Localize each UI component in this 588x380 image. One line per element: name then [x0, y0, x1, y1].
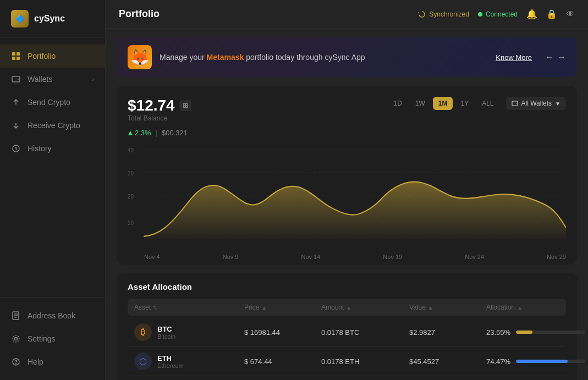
sidebar-item-wallets[interactable]: Wallets ›: [0, 68, 105, 91]
know-more-link[interactable]: Know More: [496, 53, 532, 62]
balance-copy-icon[interactable]: ⊞: [179, 100, 191, 111]
th-allocation: Allocation ▲: [486, 304, 585, 311]
sidebar-item-settings[interactable]: Settings: [0, 327, 105, 350]
settings-icon: [11, 334, 21, 344]
th-asset: Asset ⇅: [134, 304, 244, 311]
metamask-fox-icon: 🦊: [128, 45, 152, 69]
value-eth: $45.4527: [409, 357, 486, 366]
sort-asset-icon[interactable]: ⇅: [153, 305, 157, 311]
chart-label-1: Nov 9: [223, 254, 239, 260]
filter-all[interactable]: ALL: [476, 97, 499, 110]
portfolio-card: $12.74 ⊞ Total Balance 1D 1W 1M 1Y ALL A…: [117, 86, 577, 265]
up-arrow-icon: [128, 130, 133, 136]
chart-label-4: Nov 24: [465, 254, 484, 260]
wallet-icon: [512, 100, 518, 107]
header-badges: Synchronized Connected 🔔 🔒 👁: [418, 9, 575, 19]
banner-prev-button[interactable]: ←: [545, 52, 554, 62]
alloc-bar-btc-1: [516, 331, 585, 334]
banner-text-suffix: portfolio today through cySync App: [244, 53, 365, 62]
wallet-dropdown-icon: ▼: [555, 101, 560, 107]
asset-symbol-btc-1: BTC: [157, 325, 175, 333]
alloc-fill-btc-1: [516, 331, 532, 334]
page-title: Portfolio: [119, 8, 418, 20]
sort-price-icon[interactable]: ▲: [261, 305, 267, 311]
eye-icon[interactable]: 👁: [566, 9, 575, 19]
amount-eth: 0.0178 ETH: [321, 357, 409, 366]
wallets-chevron-icon: ›: [92, 76, 94, 82]
sidebar-item-help[interactable]: Help: [0, 350, 105, 373]
perf-value: $00.321: [162, 129, 188, 137]
svg-text:30: 30: [128, 170, 134, 177]
performance-row: 2.3% | $00.321: [128, 129, 566, 137]
time-filters: 1D 1W 1M 1Y ALL All Wallets ▼: [388, 97, 566, 110]
alloc-eth: 74.47%: [486, 357, 585, 366]
portfolio-chart: 40 30 20 10: [128, 144, 566, 265]
sidebar-item-address-book[interactable]: Address Book: [0, 304, 105, 327]
filter-1d[interactable]: 1D: [388, 97, 407, 110]
connected-dot: [478, 12, 482, 16]
sidebar-item-history[interactable]: History: [0, 137, 105, 160]
send-icon: [11, 97, 21, 107]
asset-cell-btc-1: ₿ BTC Bitcoin: [134, 323, 244, 341]
sidebar-item-portfolio[interactable]: Portfolio: [0, 45, 105, 68]
asset-name-btc-1: Bitcoin: [157, 333, 175, 340]
sidebar-bottom: Address Book Settings Help: [0, 297, 105, 380]
sidebar-logo: 🔷 cySync: [0, 0, 105, 38]
logo-icon: 🔷: [11, 10, 29, 27]
asset-name-eth: Ethereum: [157, 362, 184, 369]
asset-cell-eth: ⬡ ETH Ethereum: [134, 353, 244, 370]
banner-text-prefix: Manage your: [160, 53, 207, 62]
alloc-bar-eth: [516, 360, 585, 363]
filter-1y[interactable]: 1Y: [455, 97, 474, 110]
chart-x-labels: Nov 4 Nov 9 Nov 14 Nov 19 Nov 24 Nov 29: [128, 250, 566, 266]
btc-icon-1: ₿: [134, 323, 152, 341]
svg-point-9: [16, 364, 17, 364]
metamask-banner: 🦊 Manage your Metamask portfolio today t…: [117, 37, 577, 77]
sort-value-icon[interactable]: ▲: [428, 305, 433, 311]
bell-icon[interactable]: 🔔: [526, 9, 537, 19]
perf-up-indicator: 2.3%: [128, 129, 151, 137]
svg-rect-2: [12, 57, 15, 60]
main-content: Portfolio Synchronized Connected 🔔 🔒 👁 🦊…: [106, 0, 588, 380]
lock-icon[interactable]: 🔒: [546, 9, 557, 19]
sidebar-item-send-crypto[interactable]: Send Crypto: [0, 91, 105, 114]
sort-alloc-icon[interactable]: ▲: [517, 305, 523, 311]
value-btc-1: $2.9827: [409, 328, 486, 337]
allocation-title: Asset Allocation: [128, 282, 566, 291]
balance-value: $12.74: [128, 97, 175, 114]
svg-point-7: [15, 338, 18, 340]
help-icon: [11, 357, 21, 367]
sort-amount-icon[interactable]: ▲: [346, 305, 351, 311]
wallet-selector-label: All Wallets: [521, 100, 552, 107]
connected-badge: Connected: [478, 10, 518, 18]
alloc-fill-eth: [516, 360, 568, 363]
svg-rect-0: [12, 52, 15, 56]
allocation-section: Asset Allocation Asset ⇅ Price ▲ Amount …: [117, 273, 577, 380]
alloc-btc-1: 23.55%: [486, 328, 585, 337]
balance-amount: $12.74 ⊞: [128, 97, 191, 114]
chart-label-3: Nov 19: [383, 254, 402, 260]
chart-label-5: Nov 29: [547, 254, 566, 260]
th-amount: Amount ▲: [321, 304, 409, 311]
sync-icon: [418, 10, 426, 18]
chart-svg: 40 30 20 10: [128, 144, 566, 248]
perf-separator: |: [156, 129, 157, 137]
eth-icon: ⬡: [134, 353, 152, 370]
sidebar: 🔷 cySync Portfolio Wallets › Send Crypto: [0, 0, 106, 380]
filter-1m[interactable]: 1M: [433, 97, 453, 110]
sync-badge: Synchronized: [418, 10, 469, 18]
settings-label: Settings: [28, 334, 56, 343]
amount-btc-1: 0.0178 BTC: [321, 328, 409, 337]
svg-text:40: 40: [128, 147, 134, 153]
alloc-pct-btc-1: 23.55%: [486, 328, 512, 337]
svg-text:20: 20: [128, 194, 134, 200]
banner-next-button[interactable]: →: [557, 52, 566, 62]
wallet-selector[interactable]: All Wallets ▼: [506, 97, 566, 110]
filter-1w[interactable]: 1W: [410, 97, 431, 110]
table-row: ₿ BTC Bitcoin $ 16981.44 0.0178 BTC $2.9…: [128, 318, 566, 347]
sidebar-item-receive-crypto[interactable]: Receive Crypto: [0, 114, 105, 137]
send-crypto-label: Send Crypto: [28, 98, 70, 107]
history-label: History: [28, 144, 52, 153]
content-area: 🦊 Manage your Metamask portfolio today t…: [106, 29, 588, 380]
address-book-icon: [11, 311, 21, 321]
